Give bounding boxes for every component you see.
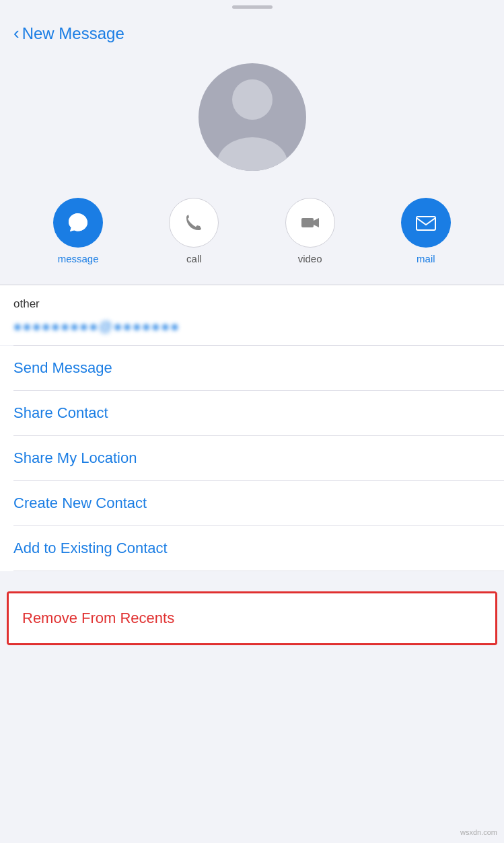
avatar-silhouette <box>199 63 306 171</box>
action-label-mail: mail <box>417 253 435 264</box>
action-button-video[interactable]: video <box>285 198 335 264</box>
remove-from-recents-button[interactable]: Remove From Recents <box>9 593 495 643</box>
create-contact-button[interactable]: Create New Contact <box>0 481 504 525</box>
contact-email-blurred: ●●●●●●●●●@●●●●●●● <box>0 314 504 345</box>
remove-section: Remove From Recents <box>7 591 497 645</box>
header: ‹ New Message <box>0 13 504 50</box>
separator-5 <box>13 571 504 571</box>
action-button-call[interactable]: call <box>169 198 219 264</box>
menu-list: Send Message Share Contact Share My Loca… <box>0 346 504 571</box>
back-label: New Message <box>22 24 124 43</box>
action-label-video: video <box>298 253 322 264</box>
action-button-mail[interactable]: mail <box>401 198 451 264</box>
svg-rect-5 <box>417 217 435 230</box>
back-chevron-icon: ‹ <box>13 24 20 42</box>
contact-info-section: other ●●●●●●●●●@●●●●●●● <box>0 285 504 345</box>
svg-point-0 <box>232 79 273 120</box>
action-button-message[interactable]: message <box>53 198 103 264</box>
status-bar-handle <box>232 5 273 9</box>
send-message-button[interactable]: Send Message <box>0 346 504 390</box>
mail-icon-circle <box>401 198 451 248</box>
share-contact-button[interactable]: Share Contact <box>0 391 504 435</box>
action-buttons-section: message call video mail <box>0 191 504 285</box>
action-label-call: call <box>186 253 202 264</box>
svg-rect-4 <box>301 218 314 227</box>
call-icon-circle <box>169 198 219 248</box>
watermark: wsxdn.com <box>460 828 497 836</box>
back-button[interactable]: ‹ New Message <box>13 24 124 43</box>
status-bar <box>0 0 504 13</box>
message-icon-circle <box>53 198 103 248</box>
add-existing-contact-button[interactable]: Add to Existing Contact <box>0 526 504 571</box>
avatar <box>199 63 306 171</box>
share-location-button[interactable]: Share My Location <box>0 436 504 480</box>
svg-point-1 <box>217 137 287 171</box>
contact-category: other <box>0 285 504 314</box>
contact-avatar-section <box>0 50 504 191</box>
action-label-message: message <box>58 253 99 264</box>
video-icon-circle <box>285 198 335 248</box>
